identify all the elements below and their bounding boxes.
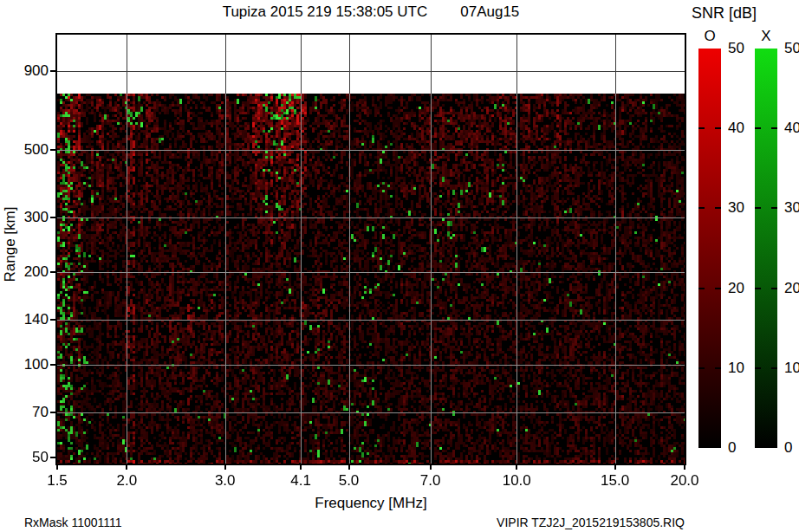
y-tick-label: 900 [3, 62, 49, 80]
x-tick-label: 4.1 [279, 472, 322, 490]
colorbar-tick-label: 10 [784, 360, 799, 377]
colorbar-tick-dash [715, 288, 721, 289]
x-tick-mark [300, 465, 302, 470]
colorbar-tick-dash [715, 207, 721, 209]
y-tick-label: 200 [3, 263, 49, 281]
plot-title-date: 07Aug15 [460, 3, 519, 21]
x-tick-label: 5.0 [328, 472, 371, 490]
ionogram-screen: { "header": { "title": "Tupiza 2015 219 … [0, 0, 799, 532]
colorbar-tick-label: 30 [728, 199, 757, 217]
colorbar-tick-dash [755, 367, 761, 369]
y-tick-mark [50, 271, 57, 273]
y-tick-mark [50, 70, 57, 72]
y-tick-mark [50, 149, 57, 151]
colorbar-x-gradient [755, 49, 777, 448]
colorbar-tick-dash [771, 127, 777, 129]
x-tick-mark [430, 465, 432, 470]
x-tick-label: 1.5 [36, 472, 79, 490]
y-tick-mark [50, 319, 57, 321]
colorbar-tick-dash [771, 288, 777, 289]
x-tick-mark [684, 465, 685, 470]
y-tick-label: 300 [3, 209, 49, 226]
x-tick-mark [56, 465, 58, 470]
y-tick-mark [50, 364, 57, 366]
x-tick-label: 15.0 [594, 472, 637, 490]
colorbar-tick-dash [698, 127, 705, 129]
colorbar-tick-dash [698, 207, 705, 209]
colorbar-tick-label: 40 [784, 120, 799, 137]
colorbar-tick-label: 10 [728, 360, 757, 377]
x-tick-mark [516, 465, 517, 470]
colorbar-tick-dash [755, 127, 761, 129]
colorbar-tick-dash [755, 288, 761, 289]
colorbar-tick-dash [771, 367, 777, 369]
x-axis-label: Frequency [MHz] [284, 495, 458, 512]
filename-text: VIPIR TZJ2J_2015219153805.RIQ [414, 516, 685, 529]
y-tick-label: 70 [3, 404, 49, 421]
x-tick-label: 7.0 [409, 472, 452, 490]
x-tick-label: 3.0 [204, 472, 247, 490]
x-tick-mark [348, 465, 350, 470]
colorbar-tick-dash [755, 207, 761, 209]
colorbar-tick-dash [698, 367, 705, 369]
colorbar-tick-label: 20 [784, 280, 799, 297]
x-tick-label: 2.0 [105, 472, 148, 490]
colorbar-tick-dash [715, 127, 721, 129]
colorbar-tick-label: 30 [784, 199, 799, 217]
y-tick-label: 140 [3, 311, 49, 328]
colorbar-tick-label: 0 [728, 439, 757, 457]
rxmask-text: RxMask 11001111 [24, 516, 122, 529]
colorbar-tick-label: 50 [784, 40, 799, 57]
y-tick-label: 50 [3, 449, 49, 466]
colorbar-o-label: O [698, 28, 721, 45]
y-tick-mark [50, 217, 57, 218]
colorbar-tick-dash [715, 367, 721, 369]
colorbar-tick-label: 20 [728, 280, 757, 297]
colorbar-x-label: X [755, 28, 777, 45]
colorbar-o-gradient [698, 49, 721, 448]
x-tick-label: 20.0 [663, 472, 706, 490]
x-tick-label: 10.0 [495, 472, 538, 490]
y-tick-label: 500 [3, 141, 49, 159]
colorbar-title: SNR [dB] [692, 4, 757, 23]
colorbar-tick-label: 50 [728, 40, 757, 57]
plot-area [55, 33, 686, 465]
colorbar-tick-dash [698, 288, 705, 289]
x-tick-mark [224, 465, 226, 470]
colorbar-tick-label: 40 [728, 120, 757, 137]
colorbar-tick-label: 0 [784, 439, 799, 457]
colorbar-tick-dash [771, 207, 777, 209]
plot-title: Tupiza 2015 219 15:38:05 UTC 07Aug15 [55, 3, 686, 21]
y-tick-mark [50, 457, 57, 458]
y-tick-label: 100 [3, 356, 49, 373]
x-tick-mark [126, 465, 127, 470]
plot-title-text: Tupiza 2015 219 15:38:05 UTC [223, 3, 428, 21]
ionogram-heatmap [57, 35, 685, 464]
y-tick-mark [50, 412, 57, 413]
x-tick-mark [614, 465, 616, 470]
